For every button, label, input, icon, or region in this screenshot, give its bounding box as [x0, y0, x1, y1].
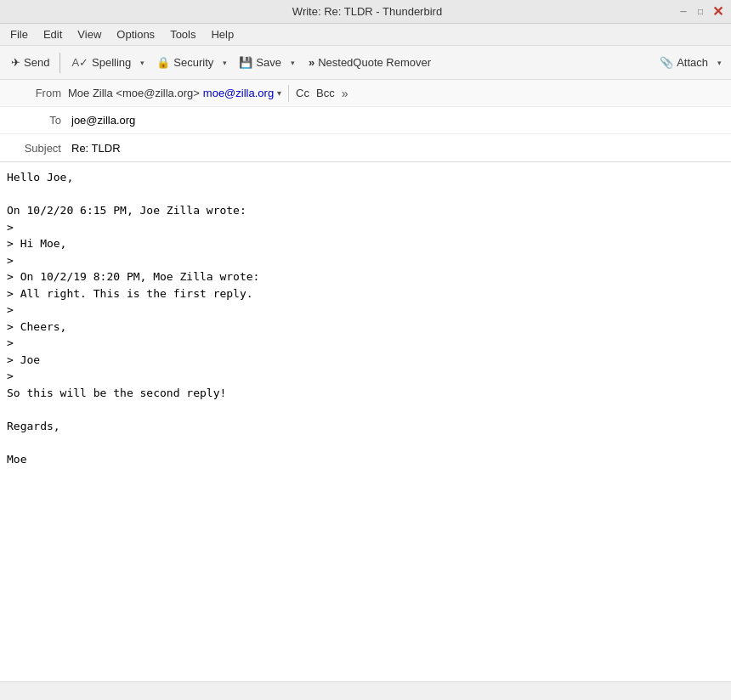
- menu-options[interactable]: Options: [110, 26, 162, 42]
- from-email[interactable]: moe@zilla.org: [203, 87, 274, 99]
- to-row: To: [0, 107, 731, 134]
- send-button[interactable]: ✈ Send: [5, 52, 54, 73]
- from-row: From Moe Zilla <moe@zilla.org> moe@zilla…: [0, 80, 731, 107]
- attach-button[interactable]: 📎 Attach: [654, 52, 713, 73]
- from-label: From: [0, 87, 68, 99]
- subject-row: Subject: [0, 134, 731, 161]
- subject-label: Subject: [0, 142, 68, 155]
- cc-button[interactable]: Cc: [296, 87, 309, 99]
- send-icon: ✈: [11, 56, 20, 69]
- save-button[interactable]: 💾 Save: [233, 52, 286, 73]
- menu-tools[interactable]: Tools: [163, 26, 202, 42]
- send-label: Send: [24, 56, 49, 69]
- menu-view[interactable]: View: [71, 26, 108, 42]
- attach-label: Attach: [677, 56, 708, 69]
- more-fields-button[interactable]: »: [342, 87, 348, 100]
- nested-quote-button[interactable]: » NestedQuote Remover: [301, 52, 439, 73]
- status-bar: [0, 681, 731, 700]
- nested-quote-icon: »: [309, 56, 314, 69]
- send-dropdown: ✈ Send: [5, 52, 54, 73]
- from-separator: [288, 85, 289, 102]
- toolbar: ✈ Send A✓ Spelling ▾ 🔒 Security ▾ 💾 Save…: [0, 46, 731, 80]
- attach-dropdown: 📎 Attach ▾: [654, 52, 726, 73]
- to-input-wrapper: [68, 110, 731, 130]
- attach-dropdown-arrow[interactable]: ▾: [713, 54, 726, 71]
- title-bar: Write: Re: TLDR - Thunderbird ─ □ ✕: [0, 0, 731, 24]
- bcc-button[interactable]: Bcc: [316, 87, 335, 99]
- cc-bcc-area: Cc Bcc »: [296, 87, 348, 100]
- window-title: Write: Re: TLDR - Thunderbird: [58, 5, 677, 18]
- menu-file[interactable]: File: [3, 26, 35, 42]
- security-label: Security: [173, 56, 213, 69]
- security-button[interactable]: 🔒 Security: [150, 52, 218, 73]
- save-label: Save: [256, 56, 281, 69]
- security-dropdown: 🔒 Security ▾: [150, 52, 231, 73]
- from-name: Moe Zilla <moe@zilla.org>: [68, 87, 200, 99]
- from-input-wrapper: Moe Zilla <moe@zilla.org> moe@zilla.org …: [68, 85, 731, 102]
- maximize-button[interactable]: □: [694, 5, 707, 19]
- security-dropdown-arrow[interactable]: ▾: [218, 54, 231, 71]
- spelling-button[interactable]: A✓ Spelling: [65, 52, 136, 73]
- separator-1: [60, 53, 60, 73]
- to-input[interactable]: [68, 110, 731, 130]
- spelling-dropdown: A✓ Spelling ▾: [65, 52, 149, 73]
- save-icon: 💾: [239, 56, 252, 69]
- compose-body[interactable]: [0, 162, 731, 681]
- menu-edit[interactable]: Edit: [37, 26, 69, 42]
- to-label: To: [0, 114, 68, 127]
- minimize-button[interactable]: ─: [677, 5, 690, 19]
- close-button[interactable]: ✕: [711, 5, 724, 19]
- window-controls[interactable]: ─ □ ✕: [677, 5, 724, 19]
- save-dropdown-arrow[interactable]: ▾: [286, 54, 299, 71]
- security-icon: 🔒: [156, 56, 170, 69]
- header-area: From Moe Zilla <moe@zilla.org> moe@zilla…: [0, 80, 731, 162]
- save-dropdown: 💾 Save ▾: [233, 52, 299, 73]
- from-dropdown-arrow[interactable]: ▾: [277, 88, 281, 98]
- attach-icon: 📎: [660, 56, 673, 69]
- nested-quote-label: NestedQuote Remover: [318, 56, 431, 69]
- compose-area: [0, 162, 731, 681]
- spelling-label: Spelling: [92, 56, 131, 69]
- menu-help[interactable]: Help: [204, 26, 241, 42]
- spelling-dropdown-arrow[interactable]: ▾: [136, 54, 149, 71]
- spelling-icon: A✓: [71, 56, 88, 69]
- from-display-name: Moe Zilla <moe@zilla.org>: [68, 87, 200, 99]
- subject-input[interactable]: [68, 138, 731, 158]
- menu-bar: File Edit View Options Tools Help: [0, 24, 731, 46]
